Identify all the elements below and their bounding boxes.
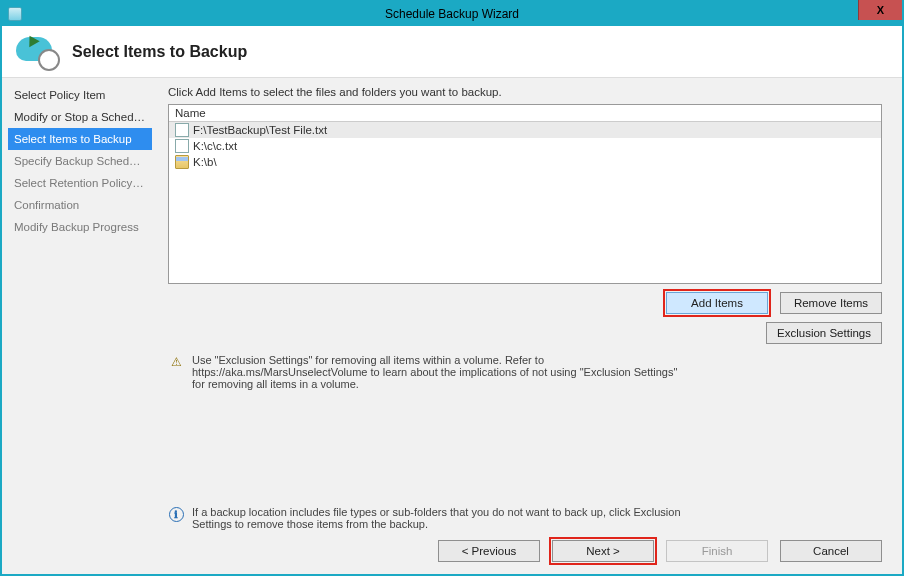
wizard-steps-sidebar: Select Policy Item Modify or Stop a Sche…	[2, 78, 154, 574]
list-item-label: F:\TestBackup\Test File.txt	[193, 124, 327, 136]
exclusion-row: Exclusion Settings	[168, 322, 882, 344]
step-modify-progress[interactable]: Modify Backup Progress	[8, 216, 152, 238]
close-button[interactable]: X	[858, 0, 902, 20]
wizard-header: Select Items to Backup	[2, 26, 902, 78]
step-retention-policy[interactable]: Select Retention Policy (F...	[8, 172, 152, 194]
list-item-label: K:\c\c.txt	[193, 140, 237, 152]
warning-icon	[168, 354, 184, 370]
instruction-text: Click Add Items to select the files and …	[168, 86, 882, 98]
list-item-label: K:\b\	[193, 156, 217, 168]
step-select-items[interactable]: Select Items to Backup	[8, 128, 152, 150]
remove-items-button[interactable]: Remove Items	[780, 292, 882, 314]
step-confirmation[interactable]: Confirmation	[8, 194, 152, 216]
step-select-policy-item[interactable]: Select Policy Item	[8, 84, 152, 106]
file-icon	[175, 123, 189, 137]
item-buttons-row: Add Items Remove Items	[168, 292, 882, 314]
info-note: If a backup location includes file types…	[168, 506, 688, 530]
app-icon	[8, 7, 22, 21]
next-button[interactable]: Next >	[552, 540, 654, 562]
file-icon	[175, 139, 189, 153]
info-text: If a backup location includes file types…	[192, 506, 688, 530]
list-rows: F:\TestBackup\Test File.txt K:\c\c.txt K…	[169, 122, 881, 283]
step-specify-schedule[interactable]: Specify Backup Schedule ...	[8, 150, 152, 172]
add-items-button[interactable]: Add Items	[666, 292, 768, 314]
info-icon	[168, 506, 184, 522]
wizard-window: Schedule Backup Wizard X Select Items to…	[0, 0, 904, 576]
cancel-button[interactable]: Cancel	[780, 540, 882, 562]
window-title: Schedule Backup Wizard	[2, 7, 902, 21]
spacer	[168, 390, 882, 496]
exclusion-settings-button[interactable]: Exclusion Settings	[766, 322, 882, 344]
titlebar: Schedule Backup Wizard X	[2, 2, 902, 26]
folder-icon	[175, 155, 189, 169]
warning-text: Use "Exclusion Settings" for removing al…	[192, 354, 688, 390]
wizard-body: Select Policy Item Modify or Stop a Sche…	[2, 78, 902, 574]
items-list[interactable]: Name F:\TestBackup\Test File.txt K:\c\c.…	[168, 104, 882, 284]
content-pane: Click Add Items to select the files and …	[154, 78, 902, 574]
warning-note: Use "Exclusion Settings" for removing al…	[168, 354, 688, 390]
list-item[interactable]: K:\b\	[169, 154, 881, 170]
page-title: Select Items to Backup	[72, 43, 247, 61]
finish-button: Finish	[666, 540, 768, 562]
list-column-header[interactable]: Name	[169, 105, 881, 122]
wizard-footer: < Previous Next > Finish Cancel	[168, 530, 882, 562]
list-item[interactable]: F:\TestBackup\Test File.txt	[169, 122, 881, 138]
backup-logo-icon	[16, 33, 60, 71]
previous-button[interactable]: < Previous	[438, 540, 540, 562]
list-item[interactable]: K:\c\c.txt	[169, 138, 881, 154]
step-modify-or-stop[interactable]: Modify or Stop a Schedul...	[8, 106, 152, 128]
